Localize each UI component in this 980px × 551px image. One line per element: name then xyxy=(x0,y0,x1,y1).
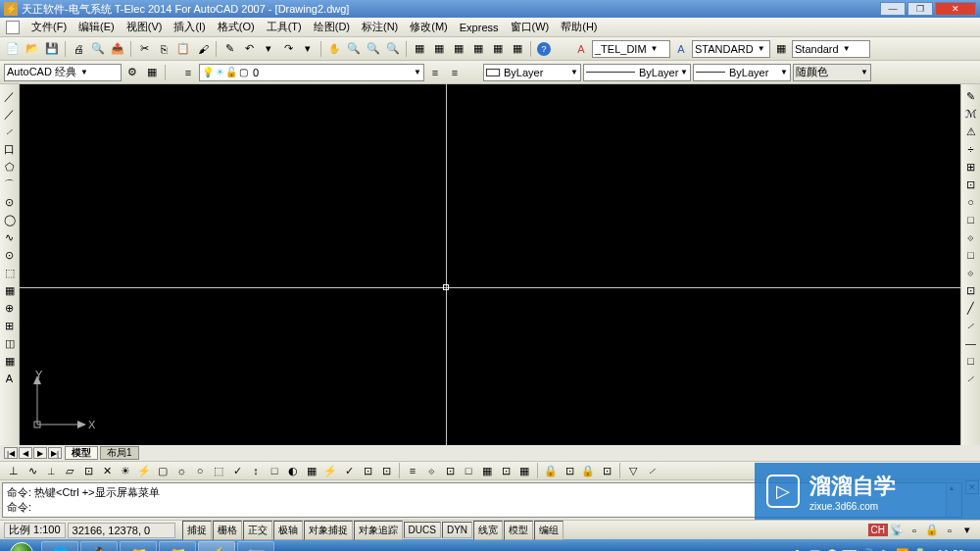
bottom-tool-30[interactable]: 🔒 xyxy=(543,463,559,478)
sheet-set-button[interactable]: ▦ xyxy=(469,40,487,58)
bottom-tool-13[interactable]: ↕ xyxy=(248,463,264,478)
ducs-toggle[interactable]: DUCS xyxy=(404,522,441,538)
bottom-tool-15[interactable]: ◐ xyxy=(285,463,301,478)
tab-layout1[interactable]: 布局1 xyxy=(100,446,139,460)
open-button[interactable] xyxy=(24,40,41,58)
dyn-toggle[interactable]: DYN xyxy=(442,522,472,538)
taskbar-app-6[interactable]: 📷 xyxy=(237,541,274,551)
linetype-combo[interactable]: ByLayer▼ xyxy=(583,64,691,81)
draw-tool-5[interactable]: ⌒ xyxy=(2,176,18,192)
modify-tool-15[interactable]: □ xyxy=(963,353,979,369)
workspace-combo[interactable]: AutoCAD 经典▼ xyxy=(4,64,122,81)
lock-ui-icon[interactable]: 🔒 xyxy=(923,522,941,539)
minimize-button[interactable]: — xyxy=(880,2,906,16)
snap-toggle[interactable]: 捕捉 xyxy=(182,521,212,540)
modify-tool-2[interactable]: ⚠ xyxy=(963,124,979,139)
modify-tool-1[interactable]: ℳ xyxy=(963,106,979,122)
draw-tool-6[interactable]: ⊙ xyxy=(2,194,18,210)
modify-tool-5[interactable]: ⊡ xyxy=(963,176,979,192)
ortho-toggle[interactable]: 正交 xyxy=(243,521,272,540)
tab-nav-first[interactable]: |◀ xyxy=(4,447,18,459)
draw-tool-3[interactable]: 口 xyxy=(2,141,18,157)
dimstyle-combo[interactable]: _TEL_DIM▼ xyxy=(592,40,670,58)
plot-button[interactable] xyxy=(70,40,87,58)
block-editor-button[interactable]: ✎ xyxy=(220,40,238,58)
draw-tool-12[interactable]: ⊕ xyxy=(2,300,18,316)
help-button[interactable] xyxy=(535,40,553,58)
menu-tools[interactable]: 工具(T) xyxy=(263,18,306,36)
layer-previous-button[interactable]: ≡ xyxy=(426,64,444,81)
copy-button[interactable] xyxy=(155,40,172,58)
menu-file[interactable]: 文件(F) xyxy=(27,18,71,36)
menu-format[interactable]: 格式(O) xyxy=(214,18,259,36)
bottom-tool-9[interactable]: ☼ xyxy=(173,463,189,478)
new-button[interactable] xyxy=(4,40,22,58)
bottom-tool-26[interactable]: ▦ xyxy=(479,463,495,478)
zoom-previous-button[interactable]: 🔍 xyxy=(384,40,402,58)
comm-center-icon[interactable]: 📡 xyxy=(888,522,906,539)
bottom-tool-33[interactable]: ⊡ xyxy=(599,463,614,478)
bottom-tool-35[interactable]: ▽ xyxy=(625,463,641,478)
bottom-tool-2[interactable]: ⟂ xyxy=(43,463,59,478)
close-button[interactable]: ✕ xyxy=(935,2,976,16)
cut-button[interactable] xyxy=(135,40,153,58)
draw-tool-9[interactable]: ⊙ xyxy=(2,247,18,263)
tool-palettes-button[interactable]: ▦ xyxy=(450,40,467,58)
zoom-realtime-button[interactable] xyxy=(345,40,363,58)
layer-states-button[interactable]: ≡ xyxy=(446,64,464,81)
modify-tool-7[interactable]: □ xyxy=(963,212,979,227)
menu-insert[interactable]: 插入(I) xyxy=(170,18,209,36)
textstyle-combo[interactable]: STANDARD▼ xyxy=(692,40,770,58)
workspace-settings-button[interactable]: ⚙ xyxy=(123,64,141,81)
status-menu-icon[interactable]: ▾ xyxy=(958,522,976,539)
menu-modify[interactable]: 修改(M) xyxy=(406,18,452,36)
tab-nav-last[interactable]: ▶| xyxy=(48,447,62,459)
menu-help[interactable]: 帮助(H) xyxy=(557,18,601,36)
quickcalc-button[interactable]: ▦ xyxy=(509,40,526,58)
group-toggle[interactable]: 编组 xyxy=(534,521,564,540)
bottom-tool-18[interactable]: ✓ xyxy=(341,463,357,478)
menu-express[interactable]: Express xyxy=(456,20,503,35)
tab-nav-next[interactable]: ▶ xyxy=(33,447,47,459)
redo-dropdown[interactable]: ▾ xyxy=(299,40,317,58)
bottom-tool-24[interactable]: ⊡ xyxy=(442,463,458,478)
bottom-tool-8[interactable]: ▢ xyxy=(155,463,171,478)
draw-tool-1[interactable]: ／ xyxy=(2,106,18,122)
modify-tool-3[interactable]: ÷ xyxy=(963,141,979,157)
modify-tool-13[interactable]: ⟋ xyxy=(963,318,979,333)
taskbar-app-1[interactable]: 🌐 xyxy=(41,541,78,551)
tab-nav-prev[interactable]: ◀ xyxy=(19,447,32,459)
coords-display[interactable]: 32166, 12378, 0 xyxy=(68,523,175,538)
bottom-tool-12[interactable]: ✓ xyxy=(229,463,245,478)
bottom-tool-5[interactable]: ✕ xyxy=(99,463,115,478)
doc-control-icon[interactable] xyxy=(6,21,20,34)
scale-display[interactable]: 比例 1:100 xyxy=(4,523,66,538)
dimstyle-icon[interactable]: A xyxy=(572,40,590,58)
modify-tool-0[interactable]: ✎ xyxy=(963,88,979,104)
redo-button[interactable] xyxy=(279,40,297,58)
taskbar-app-4[interactable]: 📁 xyxy=(159,541,196,551)
draw-tool-7[interactable]: ◯ xyxy=(2,212,18,227)
draw-tool-15[interactable]: ▦ xyxy=(2,353,18,369)
bottom-tool-10[interactable]: ○ xyxy=(192,463,208,478)
tablestyle-combo[interactable]: Standard▼ xyxy=(792,40,870,58)
bottom-tool-36[interactable]: ⟋ xyxy=(644,463,660,478)
start-button[interactable] xyxy=(4,541,39,551)
tray-net2-icon[interactable]: 📶 xyxy=(896,547,909,551)
menu-draw[interactable]: 绘图(D) xyxy=(310,18,354,36)
workspace-lock-button[interactable]: ▦ xyxy=(143,64,161,81)
layer-manager-button[interactable]: ≡ xyxy=(179,64,197,81)
bottom-tool-0[interactable]: ⊥ xyxy=(6,463,22,478)
tray-security-icon[interactable]: 🛡 xyxy=(808,547,821,551)
color-combo[interactable]: ByLayer▼ xyxy=(483,64,581,81)
drawing-canvas[interactable]: Y X xyxy=(20,84,960,445)
tray-net-icon[interactable]: 🖧 xyxy=(790,547,804,551)
match-properties-button[interactable]: 🖌 xyxy=(194,40,212,58)
bottom-tool-28[interactable]: ▦ xyxy=(516,463,532,478)
modify-tool-12[interactable]: ╱ xyxy=(963,300,979,316)
undo-dropdown[interactable]: ▾ xyxy=(260,40,277,58)
ime-indicator[interactable]: CH xyxy=(868,524,888,536)
tray-toggle-icon[interactable]: ▫ xyxy=(906,522,923,539)
otrack-toggle[interactable]: 对象追踪 xyxy=(354,521,403,540)
grid-toggle[interactable]: 栅格 xyxy=(213,521,242,540)
